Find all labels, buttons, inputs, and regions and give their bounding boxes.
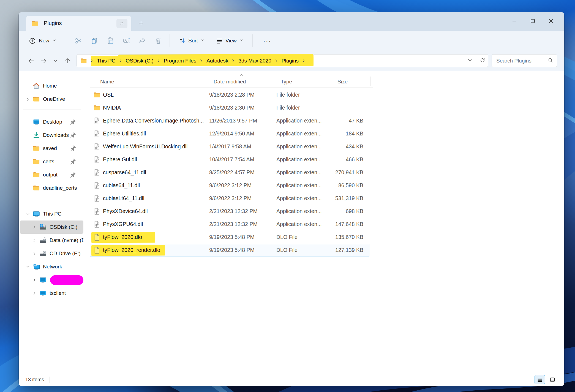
chevron-right-icon[interactable] <box>31 224 38 231</box>
delete-button[interactable] <box>150 34 166 48</box>
sidebar-item-certs[interactable]: certs <box>20 155 83 168</box>
chevron-right-icon[interactable] <box>31 237 38 244</box>
file-row-ephere-gui-dll[interactable]: Ephere.Gui.dll10/4/2017 7:54 AMApplicati… <box>90 153 369 166</box>
breadcrumb-chevron-icon[interactable] <box>154 59 163 63</box>
file-row-weifenluo-winformsui-docking-dll[interactable]: WeifenLuo.WinFormsUI.Docking.dll1/4/2017… <box>90 140 369 153</box>
file-row-cusparse64-11-dll[interactable]: cusparse64_11.dll8/25/2022 4:57 PMApplic… <box>90 166 369 179</box>
breadcrumb-chevron-icon[interactable] <box>87 59 96 63</box>
chevron-down-icon[interactable] <box>24 210 31 217</box>
sidebar-item-cd-drive-e[interactable]: CD Drive (E:) <box>20 247 83 260</box>
sidebar-item-network[interactable]: Network <box>20 260 83 273</box>
chevron-right-icon[interactable] <box>24 96 31 103</box>
breadcrumb-chevron-icon[interactable] <box>272 59 281 63</box>
column-separator[interactable] <box>370 77 371 86</box>
file-row-nvidia[interactable]: NVIDIA9/18/2023 2:30 PMFile folder <box>90 102 369 115</box>
file-row-cublaslt64-11-dll[interactable]: cublasLt64_11.dll9/6/2022 3:12 PMApplica… <box>90 192 369 205</box>
recent-locations-button[interactable] <box>50 55 62 67</box>
chevron-down-icon[interactable] <box>24 263 31 270</box>
file-type: Application exten... <box>276 195 322 202</box>
sort-button[interactable]: Sort <box>176 34 207 48</box>
file-date-modified: 9/18/2023 2:28 PM <box>209 92 255 98</box>
column-separator[interactable] <box>209 77 209 86</box>
chevron-right-icon[interactable] <box>31 276 38 284</box>
details-view-button[interactable] <box>535 375 545 384</box>
column-header-date-modified[interactable]: Date modified <box>214 79 246 85</box>
sidebar-item-output[interactable]: output <box>20 168 83 181</box>
breadcrumb-item-plugins[interactable]: Plugins <box>281 57 299 64</box>
cut-button[interactable] <box>70 34 86 48</box>
address-dropdown-icon[interactable] <box>467 58 473 64</box>
sidebar-item-desktop[interactable]: Desktop <box>20 115 83 129</box>
close-button[interactable] <box>542 14 560 28</box>
file-type: Application exten... <box>276 221 322 227</box>
view-button[interactable]: View <box>214 34 246 48</box>
column-header-type[interactable]: Type <box>281 79 292 85</box>
refresh-icon[interactable] <box>480 58 485 64</box>
chevron-right-icon[interactable] <box>31 250 38 257</box>
maximize-button[interactable] <box>524 14 542 28</box>
new-tab-button[interactable] <box>135 17 147 29</box>
breadcrumb-chevron-icon[interactable] <box>229 59 238 63</box>
large-icons-view-button[interactable] <box>547 375 558 384</box>
breadcrumb-item-3ds-max-2020[interactable]: 3ds Max 2020 <box>238 57 272 64</box>
file-row-ephere-data-conversion-image-photosh[interactable]: Ephere.Data.Conversion.Image.Photosh...1… <box>90 115 369 127</box>
breadcrumb-chevron-icon[interactable] <box>116 59 125 63</box>
tab-close-button[interactable] <box>116 19 127 28</box>
tab-plugins[interactable]: Plugins <box>26 16 131 31</box>
sidebar-item-label: output <box>43 172 58 178</box>
column-separator[interactable] <box>332 77 332 86</box>
file-type: DLO File <box>276 247 298 253</box>
sidebar-item-deadline-certs[interactable]: deadline_certs <box>20 181 83 195</box>
address-bar[interactable]: This PCOSDisk (C:)Program FilesAutodesk3… <box>77 54 488 67</box>
sidebar-item-onedrive[interactable]: OneDrive <box>20 92 83 106</box>
folder-icon <box>32 184 40 192</box>
sidebar-item-saved[interactable]: saved <box>20 142 83 155</box>
sidebar-item-label: certs <box>43 159 54 165</box>
forward-button[interactable] <box>37 55 50 67</box>
file-row-tyflow-2020-dlo[interactable]: tyFlow_2020.dlo9/19/2023 5:48 PMDLO File… <box>90 231 369 244</box>
sidebar-item-home[interactable]: Home <box>20 79 83 92</box>
column-header-name[interactable]: Name <box>100 79 114 85</box>
share-button[interactable] <box>134 34 150 48</box>
breadcrumb-chevron-icon[interactable] <box>197 59 206 63</box>
column-separator[interactable] <box>277 77 277 86</box>
sidebar-item-tsclient[interactable]: tsclient <box>20 287 83 300</box>
column-header-size[interactable]: Size <box>337 79 348 85</box>
file-row-osl[interactable]: OSL9/18/2023 2:28 PMFile folder <box>90 89 369 102</box>
chevron-right-icon[interactable] <box>31 290 38 297</box>
back-button[interactable] <box>25 55 37 67</box>
more-options-button[interactable]: ··· <box>260 37 275 45</box>
up-button[interactable] <box>62 55 74 67</box>
breadcrumb-item-osdisk-c[interactable]: OSDisk (C:) <box>125 57 154 64</box>
toolbar-divider <box>252 34 253 47</box>
sidebar-item-data-nvme-d[interactable]: Data (nvme) (D: <box>20 234 83 247</box>
file-row-cublas64-11-dll[interactable]: cublas64_11.dll9/6/2022 3:12 PMApplicati… <box>90 179 369 192</box>
pin-icon <box>69 118 77 126</box>
home-icon <box>32 82 40 90</box>
new-button[interactable]: New <box>26 34 59 48</box>
breadcrumb-item-program-files[interactable]: Program Files <box>163 57 197 64</box>
search-input[interactable] <box>496 58 549 64</box>
sidebar-item-downloads[interactable]: Downloads <box>20 129 83 142</box>
breadcrumb-chevron-icon[interactable] <box>299 59 308 63</box>
sidebar-item-osdisk-c[interactable]: OSDisk (C:) <box>20 220 83 234</box>
file-name: PhysXDevice64.dll <box>103 208 148 214</box>
breadcrumb-item-this-pc[interactable]: This PC <box>96 57 116 64</box>
file-row-physxdevice64-dll[interactable]: PhysXDevice64.dll2/21/2023 12:32 PMAppli… <box>90 205 369 218</box>
copy-button[interactable] <box>86 34 102 48</box>
file-size: 184 KB <box>315 130 363 137</box>
minimize-button[interactable] <box>505 14 524 28</box>
rename-button[interactable] <box>118 34 134 48</box>
file-date-modified: 2/21/2023 12:32 PM <box>209 208 258 214</box>
breadcrumb: This PCOSDisk (C:)Program FilesAutodesk3… <box>80 57 308 64</box>
file-row-physxgpu64-dll[interactable]: PhysXGPU64.dll2/21/2023 12:32 PMApplicat… <box>90 218 369 231</box>
sidebar-item-this-pc[interactable]: This PC <box>20 207 83 220</box>
file-row-ephere-utilities-dll[interactable]: Ephere.Utilities.dll12/9/2014 9:50 AMApp… <box>90 127 369 140</box>
paste-button[interactable] <box>102 34 118 48</box>
file-date-modified: 9/18/2023 2:30 PM <box>209 105 255 111</box>
breadcrumb-item-autodesk[interactable]: Autodesk <box>206 57 229 64</box>
file-name: cusparse64_11.dll <box>103 169 146 176</box>
sidebar-item-redacted-network-pc[interactable] <box>20 273 83 287</box>
file-row-tyflow-2020-render-dlo[interactable]: tyFlow_2020_render.dlo9/19/2023 5:48 PMD… <box>90 244 369 257</box>
file-date-modified: 11/26/2013 9:57 PM <box>209 118 257 124</box>
